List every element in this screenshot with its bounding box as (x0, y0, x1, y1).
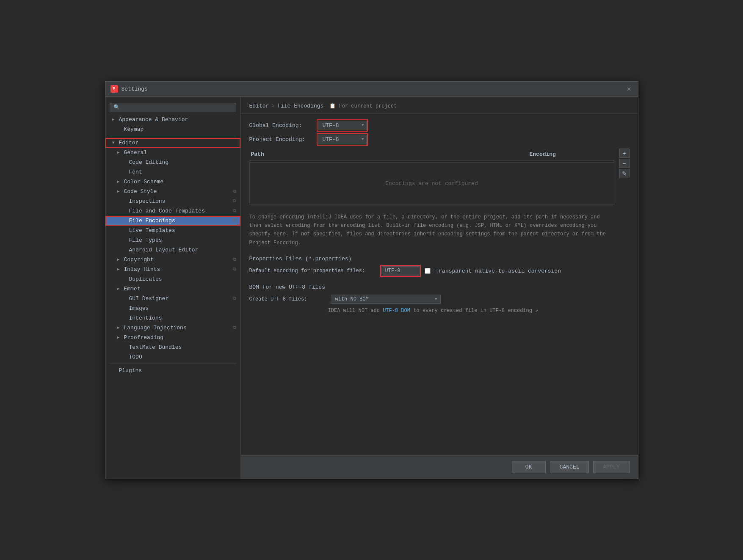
copy-icon-file-code-templates: ⧉ (233, 208, 236, 213)
sidebar-item-textmate[interactable]: TextMate Bundles (105, 342, 240, 352)
copy-icon-inspections: ⧉ (233, 199, 236, 204)
project-icon: 📋 (329, 103, 336, 109)
main-panel: Editor > File Encodings 📋 For current pr… (241, 97, 638, 479)
sidebar-item-proofreading[interactable]: ▶ Proofreading (105, 333, 240, 342)
breadcrumb-project: 📋 For current project (329, 103, 397, 109)
window-title: Settings (122, 86, 625, 92)
copy-icon-code-style: ⧉ (233, 189, 236, 194)
project-encoding-select[interactable]: UTF-8 ISO-8859-1 US-ASCII UTF-16 (318, 135, 367, 144)
encoding-header: Encoding (530, 151, 614, 157)
sidebar-item-images[interactable]: Images (105, 303, 240, 313)
sidebar-item-code-style[interactable]: ▶ Code Style ⧉ (105, 187, 240, 196)
properties-section-title: Properties Files (*.properties) (249, 256, 630, 262)
bom-select-wrapper: with NO BOM with BOM (331, 295, 441, 304)
apply-button[interactable]: APPLY (593, 461, 629, 473)
breadcrumb-separator: > (271, 103, 275, 109)
sidebar-item-plugins[interactable]: Plugins (105, 366, 240, 375)
copy-icon-file-encodings: ⧉ (233, 218, 236, 223)
remove-button[interactable]: − (619, 159, 630, 168)
add-button[interactable]: + (619, 149, 630, 158)
sidebar-item-live-templates[interactable]: Live Templates (105, 226, 240, 235)
table-actions: + − ✎ (619, 149, 630, 204)
bom-select[interactable]: with NO BOM with BOM (331, 295, 441, 304)
sidebar-item-file-code-templates[interactable]: File and Code Templates ⧉ (105, 206, 240, 216)
sidebar-item-gui-designer[interactable]: GUI Designer ⧉ (105, 294, 240, 303)
sidebar-item-file-types[interactable]: File Types (105, 235, 240, 245)
empty-message: Encodings are not configured (385, 180, 478, 186)
sidebar-item-todo[interactable]: TODO (105, 352, 240, 362)
edit-button[interactable]: ✎ (619, 169, 630, 178)
sidebar-item-inlay-hints[interactable]: ▶ Inlay Hints ⧉ (105, 265, 240, 274)
search-input[interactable] (110, 103, 236, 112)
bom-row: Create UTF-8 files: with NO BOM with BOM (249, 295, 630, 304)
sidebar-item-copyright[interactable]: ▶ Copyright ⧉ (105, 255, 240, 265)
copy-icon-language-injections: ⧉ (233, 325, 236, 330)
encodings-table: Encodings are not configured (249, 162, 614, 204)
bom-section: BOM for new UTF-8 files Create UTF-8 fil… (249, 284, 630, 314)
project-encoding-select-wrapper: UTF-8 ISO-8859-1 US-ASCII UTF-16 (318, 135, 367, 144)
sidebar: ▶ Appearance & Behavior Keymap ▼ Editor … (105, 97, 241, 479)
idea-note: IDEA will NOT add UTF-8 BOM to every cre… (249, 307, 630, 314)
sidebar-item-inspections[interactable]: Inspections ⧉ (105, 196, 240, 206)
sidebar-item-duplicates[interactable]: Duplicates (105, 274, 240, 284)
sidebar-item-color-scheme[interactable]: ▶ Color Scheme (105, 177, 240, 187)
table-container: Path Encoding Encodings are not configur… (249, 149, 630, 204)
default-encoding-input[interactable] (381, 266, 420, 276)
properties-encoding-row: Default encoding for properties files: T… (249, 266, 630, 276)
sidebar-item-language-injections[interactable]: ▶ Language Injections ⧉ (105, 323, 240, 333)
transparent-checkbox[interactable] (425, 268, 431, 274)
search-bar (105, 100, 240, 115)
table-area-wrapper: Path Encoding Encodings are not configur… (249, 149, 614, 204)
sidebar-item-keymap[interactable]: Keymap (105, 124, 240, 134)
content-area: ▶ Appearance & Behavior Keymap ▼ Editor … (105, 97, 638, 479)
table-header: Path Encoding (249, 149, 614, 160)
panel-content: Global Encoding: UTF-8 ISO-8859-1 US-ASC… (241, 114, 638, 455)
sidebar-item-font[interactable]: Font (105, 167, 240, 177)
path-header: Path (249, 151, 530, 157)
sidebar-item-emmet[interactable]: ▶ Emmet (105, 284, 240, 294)
sidebar-item-intentions[interactable]: Intentions (105, 313, 240, 323)
sidebar-item-general[interactable]: ▶ General (105, 148, 240, 157)
create-utf8-label: Create UTF-8 files: (249, 296, 326, 302)
copy-icon-copyright: ⧉ (233, 257, 236, 262)
settings-window: M Settings ✕ ▶ Appearance & Behavior Key… (105, 81, 638, 479)
global-encoding-select-wrapper: UTF-8 ISO-8859-1 US-ASCII UTF-16 (318, 121, 367, 130)
sidebar-item-editor[interactable]: ▼ Editor (105, 138, 240, 148)
utf8-bom-link[interactable]: UTF-8 BOM (383, 308, 410, 314)
ok-button[interactable]: OK (512, 461, 546, 473)
sidebar-item-android-layout[interactable]: Android Layout Editor (105, 245, 240, 255)
copy-icon-inlay-hints: ⧉ (233, 267, 236, 272)
global-encoding-label: Global Encoding: (249, 122, 313, 129)
breadcrumb: Editor > File Encodings 📋 For current pr… (241, 97, 638, 114)
app-icon: M (110, 85, 118, 93)
transparent-label: Transparent native-to-ascii conversion (436, 268, 561, 274)
global-encoding-row: Global Encoding: UTF-8 ISO-8859-1 US-ASC… (249, 121, 630, 130)
close-button[interactable]: ✕ (625, 85, 633, 93)
project-encoding-row: Project Encoding: UTF-8 ISO-8859-1 US-AS… (249, 135, 630, 144)
default-encoding-label: Default encoding for properties files: (249, 268, 376, 274)
footer: OK CANCEL APPLY (241, 455, 638, 479)
sidebar-item-appearance[interactable]: ▶ Appearance & Behavior (105, 115, 240, 124)
bom-section-title: BOM for new UTF-8 files (249, 284, 630, 290)
global-encoding-select[interactable]: UTF-8 ISO-8859-1 US-ASCII UTF-16 (318, 121, 367, 130)
copy-icon-gui-designer: ⧉ (233, 296, 236, 301)
info-text: To change encoding IntelliJ IDEA uses fo… (249, 213, 613, 248)
encodings-table-section: Path Encoding Encodings are not configur… (249, 149, 630, 204)
cancel-button[interactable]: CANCEL (550, 461, 589, 473)
sidebar-item-file-encodings[interactable]: File Encodings ⧉ (105, 216, 240, 226)
sidebar-item-code-editing[interactable]: Code Editing (105, 157, 240, 167)
titlebar: M Settings ✕ (105, 82, 638, 97)
breadcrumb-current: File Encodings (277, 103, 323, 109)
breadcrumb-editor: Editor (249, 103, 269, 109)
project-encoding-label: Project Encoding: (249, 136, 313, 143)
